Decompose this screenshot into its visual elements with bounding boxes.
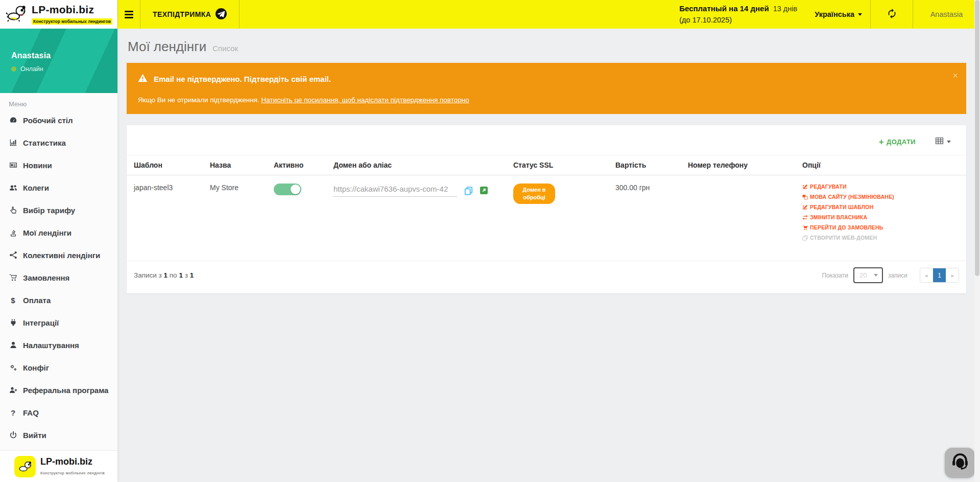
support-button[interactable]: ТЕХПІДТРИМКА (140, 0, 239, 29)
power-icon (9, 431, 17, 440)
sidebar-item-referral[interactable]: Реферальна програма (0, 379, 117, 401)
warning-text: Якщо Ви не отримали підтвердження. (138, 96, 261, 104)
col-header-name: Назва (207, 155, 271, 175)
option-edit-template[interactable]: РЕДАГУВАТИ ШАБЛОН (802, 204, 962, 210)
table-row: japan-steel3 My Store (127, 175, 966, 261)
domain-input[interactable] (333, 183, 457, 197)
sidebar-footer-logo: LP-mobi.biz Конструктор мобільних лендін… (0, 450, 117, 482)
option-go-to-orders[interactable]: ПЕРЕЙТИ ДО ЗАМОВЛЕНЬ (802, 224, 962, 231)
sidebar-item-orders[interactable]: Замовлення (0, 266, 117, 289)
topbar: LP-mobi.biz Конструктор мобильных лендин… (0, 0, 980, 29)
scrollbar-thumb[interactable] (975, 0, 979, 276)
question-icon: ? (9, 408, 17, 417)
option-site-language[interactable]: МОВА САЙТУ (НЕЗМІНЮВАНЕ) (802, 194, 962, 200)
sidebar-item-settings[interactable]: Налаштування (0, 334, 117, 356)
records-info: Записи з 1 по 1 з 1 (134, 271, 194, 279)
language-icon (802, 194, 808, 200)
columns-dropdown-button[interactable] (935, 136, 951, 147)
cell-price: 300.00 грн (612, 175, 685, 261)
user-plus-icon (9, 386, 17, 395)
copy-domain-button[interactable] (464, 187, 473, 197)
exchange-icon (802, 215, 808, 220)
logo-title: LP-mobi.biz (32, 4, 94, 15)
open-landing-button[interactable] (480, 187, 488, 196)
sidebar-item-tariff[interactable]: Вибір тарифу (0, 199, 117, 221)
option-create-web-domain: СТВОРИТИ WEB-ДОМЕН (802, 235, 962, 241)
sidebar-item-my-landings[interactable]: Мої лендінги (0, 221, 117, 244)
sidebar-item-faq[interactable]: ? FAQ (0, 401, 117, 424)
add-landing-button[interactable]: + ДОДАТИ (879, 137, 916, 146)
stats-icon (9, 139, 17, 147)
chevron-down-icon (874, 274, 878, 277)
sidebar-item-integrations[interactable]: Інтеграції (0, 311, 117, 334)
dollar-icon: $ (9, 296, 17, 305)
page-size-select[interactable]: 20 (853, 267, 883, 283)
option-change-owner[interactable]: ЗМІНИТИ ВЛАСНИКА (802, 214, 962, 220)
close-icon[interactable]: × (952, 71, 958, 80)
trial-info: Бесплатный на 14 дней13 днів (до 17.10.2… (679, 0, 806, 29)
copy-icon (464, 189, 473, 197)
sidebar-username: Anastasia (11, 51, 117, 60)
prev-page-button[interactable]: « (920, 268, 933, 282)
warning-icon (138, 74, 148, 84)
sidebar-item-dashboard[interactable]: Робочий стіл (0, 109, 117, 131)
sidebar: Anastasia Онлайн Меню Робочий стіл Стати… (0, 29, 117, 482)
main-content: Мої лендінги Список Email не підтверджен… (117, 29, 974, 482)
app-logo[interactable]: LP-mobi.biz Конструктор мобильных лендин… (0, 0, 117, 29)
sidebar-user-panel: Anastasia Онлайн (0, 29, 117, 93)
cell-template: japan-steel3 (127, 175, 207, 261)
sidebar-item-news[interactable]: Новини (0, 154, 117, 176)
page-subtitle: Список (212, 44, 238, 53)
refresh-button[interactable] (871, 0, 913, 29)
menu-section-label: Меню (0, 93, 117, 109)
show-label: Показати (822, 272, 848, 279)
topbar-username: Anastasia (930, 10, 963, 18)
grid-icon (935, 136, 944, 147)
plus-icon: + (879, 137, 884, 146)
sidebar-item-config[interactable]: Конфіг (0, 356, 117, 379)
next-page-button[interactable]: » (946, 268, 959, 282)
user-menu[interactable]: Anastasia (913, 0, 980, 29)
footer-logo-title: LP-mobi.biz (40, 456, 92, 467)
col-header-active: Активно (271, 155, 330, 175)
gears-icon (9, 363, 17, 372)
col-header-price: Вартість (612, 155, 685, 175)
sidebar-toggle-button[interactable] (118, 0, 140, 29)
support-label: ТЕХПІДТРИМКА (153, 10, 211, 18)
email-warning-banner: Email не підтверджено. Підтвердіть свій … (127, 63, 966, 114)
page-1-button[interactable]: 1 (933, 268, 946, 282)
cell-phone (685, 175, 799, 261)
option-edit[interactable]: РЕДАГУВАТИ (802, 183, 962, 190)
refresh-icon (887, 8, 897, 21)
page-title: Мої лендінги (128, 39, 206, 55)
language-label: Українська (815, 10, 854, 18)
records-word-label: записи (888, 272, 907, 279)
hand-pointer-icon (9, 206, 17, 215)
col-header-domain: Домен або аліас (330, 155, 510, 175)
users-icon (9, 183, 17, 192)
resend-confirmation-link[interactable]: Натисніть це посилання, щоб надіслати пі… (261, 96, 469, 104)
active-toggle[interactable] (274, 183, 301, 195)
scrollbar-track[interactable] (974, 0, 980, 482)
dashboard-icon (9, 116, 17, 125)
col-header-ssl: Статус SSL (510, 155, 612, 175)
user-icon (9, 341, 17, 350)
sidebar-item-logout[interactable]: Вийти (0, 424, 117, 446)
cart-icon (9, 273, 17, 282)
col-header-template: Шаблон (127, 155, 207, 175)
sidebar-item-payment[interactable]: $ Оплата (0, 289, 117, 311)
plug-icon (9, 318, 17, 327)
language-selector[interactable]: Українська (806, 0, 870, 29)
cell-name: My Store (207, 175, 271, 261)
sidebar-item-colleagues[interactable]: Колеги (0, 176, 117, 199)
trial-until: (до 17.10.2025) (679, 15, 797, 26)
support-chat-button[interactable] (945, 448, 975, 478)
sidebar-item-statistics[interactable]: Статистика (0, 131, 117, 154)
sidebar-item-collective-landings[interactable]: Колективні лендінги (0, 244, 117, 266)
footer-logo-tagline: Конструктор мобільних лендінгів (40, 471, 105, 475)
online-status-dot (11, 66, 16, 72)
pagination: « 1 » (920, 268, 959, 283)
landings-table: Шаблон Назва Активно Домен або аліас Ста… (127, 155, 966, 261)
online-status-label: Онлайн (20, 65, 43, 73)
external-link-icon (480, 188, 488, 196)
